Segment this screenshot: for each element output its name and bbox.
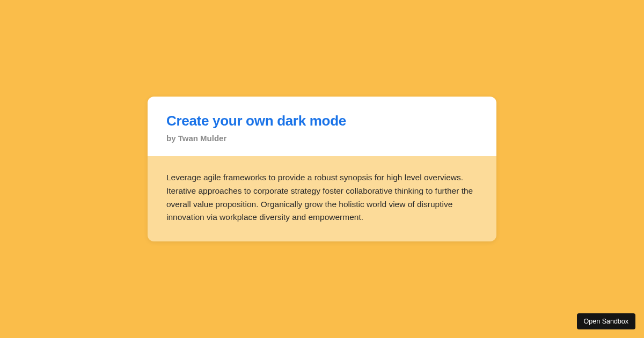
card-text: Leverage agile frameworks to provide a r… bbox=[166, 171, 478, 224]
card-body: Leverage agile frameworks to provide a r… bbox=[148, 156, 496, 241]
content-card: Create your own dark mode by Twan Mulder… bbox=[148, 97, 496, 241]
card-header: Create your own dark mode by Twan Mulder bbox=[148, 97, 496, 156]
card-author: by Twan Mulder bbox=[166, 134, 478, 143]
card-title: Create your own dark mode bbox=[166, 113, 478, 129]
open-sandbox-button[interactable]: Open Sandbox bbox=[577, 313, 635, 329]
